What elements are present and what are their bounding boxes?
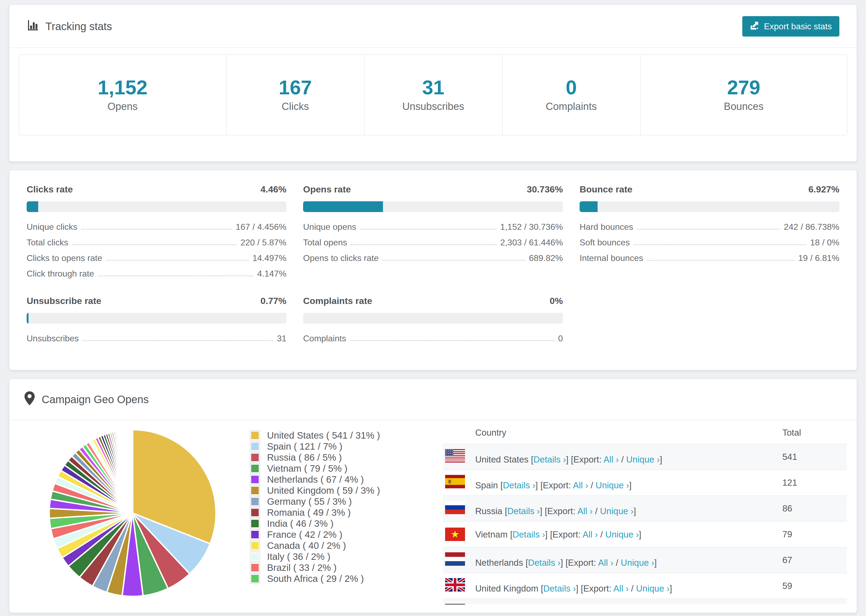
country-cell: ★Vietnam [Details ›] [Export: All › / Un… — [445, 528, 783, 541]
country-name: United States — [475, 454, 529, 464]
rate-value: 0.77% — [261, 295, 287, 306]
pie-slice[interactable] — [132, 430, 132, 513]
country-cell: United States [Details ›] [Export: All ›… — [445, 449, 783, 465]
dotted-leader — [350, 340, 554, 341]
legend-item[interactable]: Netherlands ( 67 / 4% ) — [250, 475, 439, 484]
export-all-link[interactable]: All › — [614, 583, 629, 593]
bracket: [ — [510, 530, 513, 539]
export-unique-link[interactable]: Unique › — [636, 583, 670, 593]
export-unique-link[interactable]: Unique › — [621, 558, 654, 567]
details-link[interactable]: Details › — [528, 558, 561, 567]
metric-label: Total opens — [303, 237, 347, 247]
rate-block-bounce-rate: Bounce rate6.927%Hard bounces242 / 86.73… — [579, 184, 839, 281]
page-title-text: Tracking stats — [46, 20, 112, 33]
flag-ru-icon — [445, 501, 465, 514]
export-all-link[interactable]: All › — [583, 530, 598, 539]
legend-label: Netherlands ( 67 / 4% ) — [267, 475, 364, 484]
metric-row: Internal bounces19 / 6.81% — [579, 250, 839, 266]
legend-swatch — [250, 530, 260, 539]
tracking-stats-page: Tracking stats Export basic stats 1,152O… — [0, 0, 866, 613]
metric-value: 4.147% — [257, 269, 287, 278]
export-unique-link[interactable]: Unique › — [605, 530, 639, 539]
stat-label: Bounces — [641, 101, 847, 112]
metric-value: 19 / 6.81% — [798, 253, 839, 263]
metric-row: Complaints0 — [303, 331, 563, 346]
legend-item[interactable]: Germany ( 55 / 3% ) — [250, 497, 439, 506]
legend-swatch — [250, 486, 260, 495]
legend-item[interactable]: India ( 46 / 3% ) — [250, 519, 439, 528]
flag-us-icon — [445, 449, 465, 462]
legend-label: Vietnam ( 79 / 5% ) — [267, 464, 348, 473]
stat-value: 1,152 — [19, 77, 226, 98]
country-name: Spain — [475, 480, 498, 490]
details-link[interactable]: Details › — [533, 454, 566, 464]
stat-label: Unsubscribes — [365, 101, 502, 112]
rate-block-opens-rate: Opens rate30.736%Unique opens1,152 / 30.… — [303, 184, 563, 281]
details-link[interactable]: Details › — [543, 583, 576, 593]
bracket: [Export: — [550, 530, 583, 539]
rate-progress-fill — [303, 201, 383, 212]
export-unique-link[interactable]: Unique › — [626, 454, 660, 464]
geo-table-row: United States [Details ›] [Export: All ›… — [443, 444, 847, 470]
legend-item[interactable]: United Kingdom ( 59 / 3% ) — [250, 486, 439, 495]
legend-label: India ( 46 / 3% ) — [267, 519, 334, 528]
stat-label: Clicks — [227, 101, 364, 112]
flag-de-icon — [445, 604, 465, 605]
legend-swatch — [250, 464, 260, 473]
export-all-link[interactable]: All › — [603, 454, 619, 464]
rate-block-complaints-rate: Complaints rate0%Complaints0 — [303, 295, 563, 346]
export-all-link[interactable]: All › — [598, 558, 614, 567]
rate-progress-bar — [579, 201, 839, 212]
legend-item[interactable]: Romania ( 49 / 3% ) — [250, 508, 439, 517]
legend-item[interactable]: Vietnam ( 79 / 5% ) — [250, 464, 439, 473]
dotted-leader — [106, 260, 249, 261]
bracket: ] — [660, 454, 662, 464]
details-link[interactable]: Details › — [507, 506, 540, 516]
geo-pie-chart[interactable] — [24, 424, 250, 605]
export-unique-link[interactable]: Unique › — [600, 506, 634, 516]
metric-label: Total clicks — [27, 237, 68, 247]
legend-label: United Kingdom ( 59 / 3% ) — [267, 486, 380, 495]
stat-cell-unsubscribes: 31Unsubscribes — [364, 55, 502, 135]
export-unique-link[interactable]: Unique › — [596, 480, 629, 490]
legend-item[interactable]: South Africa ( 29 / 2% ) — [250, 574, 439, 583]
legend-label: Brazil ( 33 / 2% ) — [267, 563, 337, 572]
slash: / — [619, 454, 627, 464]
legend-item[interactable]: Spain ( 121 / 7% ) — [250, 442, 439, 451]
stat-value: 31 — [365, 77, 502, 98]
rate-head: Bounce rate6.927% — [579, 184, 839, 195]
country-cell: Netherlands [Details ›] [Export: All › /… — [445, 552, 783, 568]
legend-swatch — [250, 431, 260, 440]
rate-head: Opens rate30.736% — [303, 184, 563, 195]
legend-item[interactable]: United States ( 541 / 31% ) — [250, 431, 439, 440]
rate-head: Clicks rate4.46% — [27, 184, 287, 195]
metric-value: 1,152 / 30.736% — [500, 222, 563, 232]
export-icon — [750, 20, 759, 32]
legend-label: Canada ( 40 / 2% ) — [267, 541, 346, 550]
export-all-link[interactable]: All › — [578, 506, 593, 516]
legend-label: Romania ( 49 / 3% ) — [267, 508, 351, 517]
bar-chart-icon — [27, 19, 39, 34]
legend-swatch — [250, 563, 260, 572]
geo-table-rows: United States [Details ›] [Export: All ›… — [443, 444, 847, 605]
legend-label: Italy ( 36 / 2% ) — [267, 552, 330, 561]
legend-item[interactable]: France ( 42 / 2% ) — [250, 530, 439, 539]
rate-value: 6.927% — [808, 184, 839, 195]
metric-label: Soft bounces — [579, 237, 630, 247]
legend-item[interactable]: Brazil ( 33 / 2% ) — [250, 563, 439, 572]
rate-metrics: Unique opens1,152 / 30.736%Total opens2,… — [303, 219, 563, 266]
slash: / — [614, 558, 621, 567]
export-all-link[interactable]: All › — [573, 480, 588, 490]
total-cell: 121 — [783, 478, 847, 488]
export-basic-stats-button[interactable]: Export basic stats — [742, 16, 839, 36]
bracket: [Export: — [565, 558, 598, 567]
dotted-leader — [383, 260, 525, 261]
dotted-leader — [72, 244, 237, 245]
legend-item[interactable]: Italy ( 36 / 2% ) — [250, 552, 439, 561]
legend-item[interactable]: Canada ( 40 / 2% ) — [250, 541, 439, 550]
legend-item[interactable]: Russia ( 86 / 5% ) — [250, 453, 439, 462]
dotted-leader — [351, 244, 496, 245]
details-link[interactable]: Details › — [513, 530, 545, 539]
slash: / — [628, 583, 636, 593]
details-link[interactable]: Details › — [503, 480, 535, 490]
